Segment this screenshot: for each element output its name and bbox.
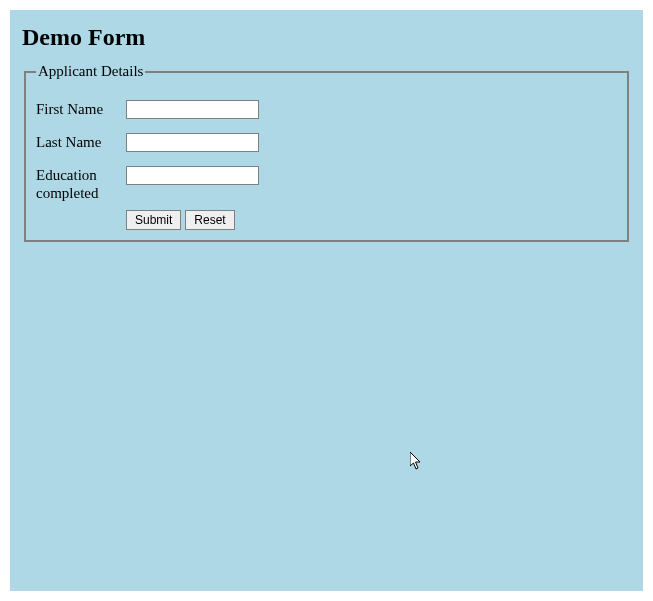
last-name-input[interactable] xyxy=(126,133,259,152)
button-row xyxy=(126,210,617,230)
form-row-last-name: Last Name xyxy=(36,133,617,152)
submit-button[interactable] xyxy=(126,210,181,230)
reset-button[interactable] xyxy=(185,210,234,230)
form-row-first-name: First Name xyxy=(36,100,617,119)
page-container: Demo Form Applicant Details First Name L… xyxy=(10,10,643,591)
page-title: Demo Form xyxy=(22,24,635,51)
applicant-details-fieldset: Applicant Details First Name Last Name E… xyxy=(24,63,629,242)
last-name-label: Last Name xyxy=(36,133,126,151)
form-row-education: Education completed xyxy=(36,166,617,202)
education-label: Education completed xyxy=(36,166,126,202)
first-name-label: First Name xyxy=(36,100,126,118)
first-name-input[interactable] xyxy=(126,100,259,119)
education-input[interactable] xyxy=(126,166,259,185)
fieldset-legend: Applicant Details xyxy=(36,63,145,80)
